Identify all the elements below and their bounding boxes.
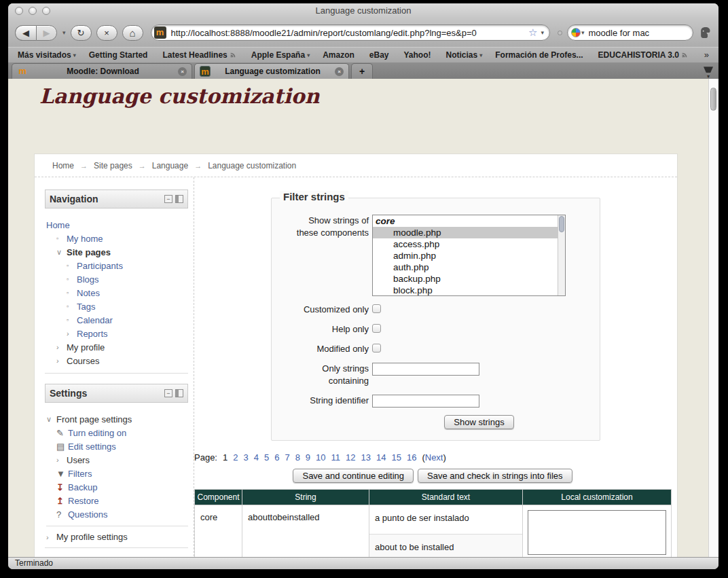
vertical-scrollbar[interactable] — [708, 79, 718, 557]
url-bar[interactable]: m ☆ ▾ — [151, 24, 550, 41]
tree-item[interactable]: ∨ Front page settings — [46, 412, 188, 426]
tab-moodle-download[interactable]: m Moodle: Download × — [12, 63, 192, 79]
bookmark-item[interactable]: Noticias ▾ — [446, 50, 483, 60]
search-input[interactable] — [589, 28, 708, 38]
column-header: String — [242, 490, 369, 505]
home-button[interactable]: ⌂ — [122, 25, 143, 41]
bookmark-item[interactable]: Formación de Profes... — [495, 50, 585, 60]
bookmark-item[interactable]: eBay — [369, 50, 391, 60]
page-link[interactable]: 14 — [376, 452, 386, 463]
show-strings-button[interactable]: Show strings — [444, 415, 513, 429]
scrollbar-thumb[interactable] — [710, 88, 716, 111]
bookmark-item[interactable]: Más visitados ▾ — [18, 50, 76, 60]
tree-item[interactable]: ▫ Participants — [46, 259, 188, 272]
tree-item[interactable]: › Courses — [46, 354, 188, 367]
breadcrumb-link[interactable]: Language — [152, 161, 188, 170]
tree-item[interactable]: ↧ Backup — [46, 480, 188, 494]
listbox-option[interactable]: core — [373, 215, 565, 227]
breadcrumb-separator: → — [194, 162, 202, 170]
listbox-option[interactable]: admin.php — [373, 250, 565, 261]
tree-item[interactable]: ▫ Blogs — [46, 272, 188, 286]
listbox-option[interactable]: access.php — [373, 238, 565, 250]
tree-item[interactable]: ▫ Calendar — [46, 313, 188, 327]
tree-item[interactable]: ∨ Site pages — [46, 245, 188, 259]
tree-item-label: Reports — [77, 329, 108, 339]
new-tab-button[interactable]: + — [351, 63, 373, 79]
save-checkin-button[interactable]: Save and check in strings into files — [418, 469, 572, 483]
bookmark-item[interactable]: Apple España ▾ — [251, 50, 310, 60]
tab-language-customization[interactable]: m Language customization × — [194, 63, 349, 79]
page-link[interactable]: 2 — [233, 452, 238, 463]
stop-button[interactable]: × — [96, 25, 117, 41]
listbox-option[interactable]: auth.php — [373, 261, 565, 273]
breadcrumb-link[interactable]: Site pages — [94, 161, 132, 170]
tree-item[interactable]: › Users — [46, 453, 188, 467]
customized-only-checkbox[interactable] — [372, 304, 381, 313]
next-page-link[interactable]: Next — [425, 452, 443, 463]
close-tab-icon[interactable]: × — [335, 67, 344, 76]
collapse-block-icon[interactable]: − — [164, 389, 172, 397]
tree-item[interactable]: ▼ Filters — [46, 467, 188, 480]
listbox-option[interactable]: moodle.php — [373, 227, 565, 238]
url-input[interactable] — [171, 28, 526, 38]
save-continue-button[interactable]: Save and continue editing — [293, 469, 414, 483]
reload-button[interactable]: ↻ — [71, 25, 92, 41]
page-link[interactable]: 10 — [316, 452, 325, 463]
dock-block-icon[interactable] — [175, 195, 183, 203]
listbox-option[interactable]: backup.php — [373, 273, 565, 285]
bookmark-item[interactable]: EDUCAHISTORIA 3.0 — [598, 50, 690, 60]
google-search-engine-icon[interactable] — [571, 28, 581, 37]
page-link[interactable]: 5 — [264, 452, 269, 463]
history-dropdown-icon[interactable]: ▾ — [62, 29, 66, 36]
string-identifier-input[interactable] — [372, 395, 479, 408]
breadcrumb-separator: → — [80, 162, 88, 170]
tree-item[interactable]: ▤ Edit settings — [46, 439, 188, 453]
tree-item[interactable]: › My profile settings — [46, 526, 188, 542]
page-link[interactable]: 15 — [391, 452, 401, 463]
list-all-tabs-button[interactable]: ▾ — [699, 63, 717, 78]
tree-item[interactable]: › Reports — [46, 327, 188, 340]
page-link[interactable]: 8 — [295, 452, 300, 463]
substring-input[interactable] — [372, 363, 479, 376]
page-link[interactable]: 7 — [285, 452, 289, 463]
forward-button[interactable]: ▶ — [36, 25, 57, 41]
tree-item[interactable]: ✎ Turn editing on — [46, 426, 188, 439]
components-listbox[interactable]: core moodle.php access.php admin.php aut… — [372, 215, 566, 296]
local-customization-textarea[interactable] — [528, 510, 666, 555]
bookmark-item[interactable]: Amazon — [323, 50, 357, 60]
modified-only-checkbox[interactable] — [372, 344, 381, 353]
bookmark-star-icon[interactable]: ☆ — [528, 26, 537, 39]
bookmark-item[interactable]: Latest Headlines — [162, 50, 238, 60]
page-link[interactable]: 16 — [407, 452, 416, 463]
dock-block-icon[interactable] — [175, 389, 183, 397]
url-dropdown-icon[interactable]: ▾ — [541, 29, 544, 36]
page-link[interactable]: 4 — [254, 452, 259, 463]
back-button[interactable]: ◀ — [15, 25, 36, 41]
page-link[interactable]: 6 — [274, 452, 279, 463]
listbox-scrollbar[interactable] — [558, 215, 565, 295]
tree-item[interactable]: ▫ My home — [46, 232, 188, 245]
help-only-checkbox[interactable] — [372, 324, 381, 333]
page-link[interactable]: 9 — [306, 452, 310, 463]
listbox-option[interactable]: block.php — [373, 285, 565, 296]
breadcrumb-link[interactable]: Language customization — [208, 161, 296, 170]
tree-item[interactable]: › My profile — [46, 340, 188, 354]
page-link[interactable]: 3 — [243, 452, 248, 463]
bookmark-item[interactable]: Yahoo! — [404, 50, 433, 60]
breadcrumb-link[interactable]: Home — [52, 161, 74, 170]
bookmark-item[interactable]: Getting Started — [89, 50, 150, 60]
page-link[interactable]: 13 — [361, 452, 371, 463]
search-engine-dropdown-icon[interactable]: ▾ — [581, 29, 585, 36]
evernote-clipper-icon[interactable] — [698, 26, 712, 39]
collapse-block-icon[interactable]: − — [164, 195, 172, 203]
bookmarks-overflow-chevron[interactable]: » — [704, 50, 709, 60]
page-link[interactable]: 12 — [346, 452, 355, 463]
tree-item[interactable]: ▫ Tags — [46, 300, 188, 313]
tree-item[interactable]: ? Questions — [46, 507, 188, 521]
tree-item[interactable]: ▫ Notes — [46, 286, 188, 300]
tree-item[interactable]: ↥ Restore — [46, 494, 188, 507]
tree-item[interactable]: Home — [46, 218, 188, 232]
search-bar[interactable]: ▾ — [567, 24, 693, 41]
page-link[interactable]: 11 — [331, 452, 341, 463]
close-tab-icon[interactable]: × — [178, 67, 187, 76]
